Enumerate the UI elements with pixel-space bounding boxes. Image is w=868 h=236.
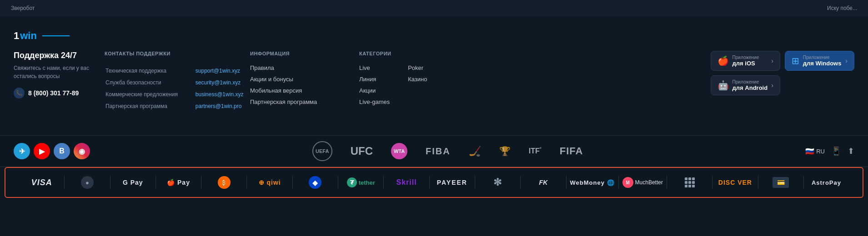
contacts-table: Техническая поддержка support@1win.xyz С… bbox=[105, 64, 250, 113]
footer-col-apps: 🍎 Приложение для iOS › ⊞ Приложение для … bbox=[477, 51, 854, 113]
contact-email-1[interactable]: security@1win.xyz bbox=[196, 77, 249, 88]
cat-col2: Poker Казино bbox=[408, 64, 427, 110]
payment-bar: VISA ● G Pay 🍎 Pay ₿ ⊕ qiwi ◆ ₮ tether S… bbox=[5, 167, 863, 198]
gpay-label: G Pay bbox=[123, 179, 143, 186]
social-telegram-icon[interactable]: ✈ bbox=[14, 143, 30, 159]
payment-payeer: PAYEER bbox=[430, 177, 475, 188]
windows-icon: ⊞ bbox=[792, 55, 799, 66]
payment-qiwi: ⊕ qiwi bbox=[247, 177, 292, 188]
contact-row-1: Служба безопасности security@1win.xyz bbox=[105, 77, 249, 88]
info-link-2[interactable]: Мобильная версия bbox=[250, 87, 359, 94]
tether-label: tether bbox=[359, 179, 375, 186]
windows-app-sub: Приложение bbox=[803, 55, 842, 60]
android-app-text: Приложение для Android bbox=[733, 79, 768, 91]
android-icon: 🤖 bbox=[717, 80, 729, 91]
info-link-1[interactable]: Акции и бонусы bbox=[250, 76, 359, 83]
support-desc: Свяжитесь с нами, если у вас остались во… bbox=[14, 64, 105, 80]
android-app-sub: Приложение bbox=[733, 79, 768, 84]
info-link-rules[interactable]: Правила bbox=[250, 64, 274, 71]
info-link-bonuses[interactable]: Акции и бонусы bbox=[250, 76, 293, 83]
app-btn-ios[interactable]: 🍎 Приложение для iOS › bbox=[711, 51, 780, 71]
payment-circle-dark: ● bbox=[65, 174, 110, 191]
social-icons: ✈ ▶ В ◉ bbox=[14, 143, 90, 159]
payment-skrill: Skrill bbox=[384, 177, 429, 188]
logo-win: win bbox=[20, 30, 37, 42]
bar-right: 🇷🇺 RU 📱 ⬆ bbox=[805, 146, 854, 156]
top-banner-left: Зверобот bbox=[11, 5, 35, 11]
fifa-logo: FIFA bbox=[560, 145, 583, 157]
phone-row[interactable]: 📞 8 (800) 301 77-89 bbox=[14, 88, 105, 98]
footer-col-support: Поддержка 24/7 Свяжитесь с нами, если у … bbox=[14, 51, 105, 113]
eth-icon: ◆ bbox=[309, 176, 321, 189]
cat-aktsii[interactable]: Акции bbox=[359, 87, 390, 94]
footer-logo: 1win bbox=[14, 30, 854, 42]
android-app-name: для Android bbox=[733, 84, 768, 91]
payment-tether: ₮ tether bbox=[338, 176, 383, 189]
sports-logos: UEFA UFC WTA FIBA 🏒 🏆 ITF° FIFA bbox=[90, 141, 805, 161]
social-vk-icon[interactable]: В bbox=[54, 143, 70, 159]
social-sports-bar: ✈ ▶ В ◉ UEFA UFC WTA FIBA 🏒 🏆 ITF° FIFA … bbox=[0, 135, 868, 167]
qiwi-label: ⊕ qiwi bbox=[259, 179, 281, 186]
payment-grid bbox=[667, 176, 712, 189]
scroll-top-icon[interactable]: ⬆ bbox=[848, 146, 854, 156]
ufc-logo: UFC bbox=[351, 145, 373, 157]
support-title: Поддержка 24/7 bbox=[14, 51, 105, 60]
app-btn-windows[interactable]: ⊞ Приложение для Windows › bbox=[785, 51, 854, 71]
grid-icon bbox=[685, 177, 695, 187]
bitcoin-icon: ₿ bbox=[218, 176, 231, 189]
webmoney-label: WebMoney 🌐 bbox=[570, 179, 615, 186]
info-link-3[interactable]: Партнерская программа bbox=[250, 98, 359, 105]
apple-icon: 🍎 bbox=[717, 55, 729, 66]
uefa-logo: UEFA bbox=[312, 141, 332, 161]
cat-poker[interactable]: Poker bbox=[408, 64, 427, 71]
contact-label-2: Коммерческие предложения bbox=[105, 89, 195, 100]
ios-arrow-icon: › bbox=[771, 57, 773, 64]
astropay-label: AstroPay bbox=[812, 179, 841, 186]
contact-label-0: Техническая поддержка bbox=[105, 65, 195, 76]
info-link-0[interactable]: Правила bbox=[250, 64, 359, 71]
windows-app-text: Приложение для Windows bbox=[803, 55, 842, 67]
contact-email-3[interactable]: partners@1win.pro bbox=[196, 101, 249, 112]
contact-email-2[interactable]: business@1win.xyz bbox=[196, 89, 249, 100]
ios-app-name: для iOS bbox=[733, 60, 759, 67]
windows-app-name: для Windows bbox=[803, 60, 842, 67]
snowflake-icon: ✻ bbox=[493, 177, 502, 188]
top-banner: Зверобот Иску побе... bbox=[0, 0, 868, 16]
footer-col-contacts: КОНТАКТЫ ПОДДЕРЖКИ Техническая поддержка… bbox=[105, 51, 250, 113]
payment-bitcoin: ₿ bbox=[201, 174, 246, 191]
contact-email-0[interactable]: support@1win.xyz bbox=[196, 65, 249, 76]
wta-logo: WTA bbox=[391, 143, 407, 159]
app-btn-android[interactable]: 🤖 Приложение для Android › bbox=[711, 75, 780, 95]
phone-icon: 📞 bbox=[14, 88, 25, 98]
phone-number: 8 (800) 301 77-89 bbox=[28, 89, 79, 97]
cat-casino[interactable]: Казино bbox=[408, 76, 427, 83]
skrill-label: Skrill bbox=[396, 178, 416, 187]
circle-dark-icon: ● bbox=[81, 176, 94, 189]
contact-label-1: Служба безопасности bbox=[105, 77, 195, 88]
lang-selector[interactable]: 🇷🇺 RU bbox=[805, 147, 825, 156]
cat-columns: Live Линия Акции Live-games Poker Казино bbox=[359, 64, 477, 110]
info-links: Правила Акции и бонусы Мобильная версия … bbox=[250, 64, 359, 105]
cat-live[interactable]: Live bbox=[359, 64, 390, 71]
apps-grid: 🍎 Приложение для iOS › ⊞ Приложение для … bbox=[711, 51, 854, 95]
payment-webmoney: WebMoney 🌐 bbox=[567, 177, 618, 188]
cat-live-games[interactable]: Live-games bbox=[359, 98, 390, 105]
muchbetter-label: MuchBetter bbox=[635, 179, 663, 186]
social-instagram-icon[interactable]: ◉ bbox=[74, 143, 90, 159]
payment-discover: DISC VER bbox=[712, 177, 758, 188]
info-link-mobile[interactable]: Мобильная версия bbox=[250, 87, 302, 94]
cat-col1: Live Линия Акции Live-games bbox=[359, 64, 390, 110]
contact-row-3: Партнерская программа partners@1win.pro bbox=[105, 101, 249, 112]
payment-eth: ◆ bbox=[293, 174, 338, 191]
payment-applepay: 🍎 Pay bbox=[156, 177, 201, 188]
cat-liniya[interactable]: Линия bbox=[359, 76, 390, 83]
fiba-logo: FIBA bbox=[426, 146, 451, 157]
logo-line bbox=[42, 35, 70, 36]
nhl-logo: 🏒 bbox=[469, 145, 481, 157]
payeer-label: PAYEER bbox=[437, 179, 467, 186]
site-logo[interactable]: 1win bbox=[14, 30, 37, 42]
mobile-device-icon[interactable]: 📱 bbox=[831, 146, 841, 156]
categories-title: КАТЕГОРИИ bbox=[359, 51, 477, 56]
social-youtube-icon[interactable]: ▶ bbox=[34, 143, 50, 159]
info-link-partners[interactable]: Партнерская программа bbox=[250, 98, 317, 105]
